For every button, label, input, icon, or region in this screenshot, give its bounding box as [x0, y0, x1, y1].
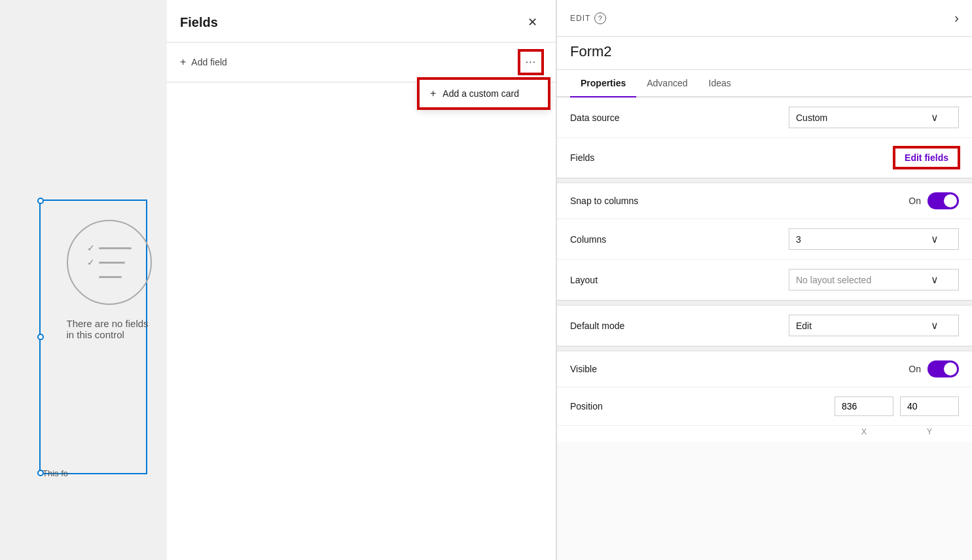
add-field-button[interactable]: + Add field: [180, 56, 227, 68]
position-y-input[interactable]: [900, 396, 959, 416]
form-name: Form2: [557, 37, 972, 70]
handle-top-left[interactable]: [37, 198, 44, 204]
close-button[interactable]: ✕: [522, 12, 543, 33]
fields-control: Edit fields: [894, 147, 959, 168]
layout-row: Layout No layout selected ∨: [557, 260, 972, 300]
chevron-right-icon[interactable]: ›: [954, 10, 959, 26]
axis-labels: X Y: [557, 426, 972, 442]
fields-panel: Fields ✕ + Add field ··· + Add a custom …: [167, 0, 556, 560]
edit-label-row: EDIT ?: [570, 12, 606, 24]
line-2: [99, 262, 125, 264]
fields-header: Fields ✕: [167, 0, 556, 43]
properties-panel: EDIT ? › Form2 Properties Advanced Ideas…: [556, 0, 972, 560]
more-icon: ···: [526, 56, 536, 68]
columns-value: 3: [796, 234, 801, 245]
columns-select[interactable]: 3 ∨: [789, 228, 959, 250]
visible-toggle[interactable]: [927, 360, 959, 377]
columns-chevron: ∨: [931, 233, 939, 245]
data-source-control: Custom ∨: [789, 107, 959, 128]
snap-toggle[interactable]: [927, 192, 959, 209]
checklist-row-2: ✓: [87, 257, 132, 268]
y-axis-label: Y: [900, 427, 959, 436]
data-source-label: Data source: [570, 113, 789, 123]
edit-label: EDIT: [570, 14, 590, 23]
fields-prop-label: Fields: [570, 152, 894, 163]
empty-state-icon: ✓ ✓ ✓: [67, 220, 152, 305]
columns-label: Columns: [570, 234, 789, 245]
checklist-icon: ✓ ✓ ✓: [87, 243, 132, 282]
add-field-label: Add field: [191, 57, 226, 67]
empty-state-text: There are no fields in this control: [67, 318, 152, 340]
visible-toggle-knob: [944, 362, 957, 376]
handle-middle-left[interactable]: [37, 334, 44, 340]
toggle-knob: [944, 194, 957, 207]
layout-chevron: ∨: [931, 273, 939, 286]
tab-advanced[interactable]: Advanced: [636, 70, 698, 97]
empty-state: ✓ ✓ ✓ There are no fields in this contro…: [67, 220, 152, 340]
position-inputs: [835, 396, 959, 416]
section-divider-1: [557, 178, 972, 183]
more-options-button[interactable]: ···: [519, 50, 543, 74]
visible-on-label: On: [909, 364, 921, 374]
canvas-inner: This fo ✓ ✓ ✓: [0, 0, 167, 560]
layout-select[interactable]: No layout selected ∨: [789, 269, 959, 290]
snap-toggle-container: On: [909, 192, 959, 209]
fields-toolbar: + Add field ···: [167, 43, 556, 82]
data-source-select[interactable]: Custom ∨: [789, 107, 959, 128]
layout-control: No layout selected ∨: [789, 269, 959, 290]
fields-title: Fields: [180, 15, 218, 30]
data-source-chevron: ∨: [931, 111, 939, 124]
edit-fields-button[interactable]: Edit fields: [894, 147, 959, 168]
visible-row: Visible On: [557, 351, 972, 387]
x-axis-label: X: [835, 427, 893, 436]
properties-tabs: Properties Advanced Ideas: [557, 70, 972, 97]
help-icon[interactable]: ?: [594, 12, 606, 24]
canvas-label: This fo: [43, 468, 68, 478]
add-custom-card-item[interactable]: + Add a custom card: [420, 80, 548, 107]
dropdown-menu: + Add a custom card: [418, 79, 549, 109]
section-divider-2: [557, 300, 972, 306]
position-x-input[interactable]: [835, 396, 893, 416]
section-divider-3: [557, 346, 972, 351]
fields-row: Fields Edit fields: [557, 138, 972, 178]
tab-ideas[interactable]: Ideas: [698, 70, 742, 97]
snap-on-label: On: [909, 196, 921, 206]
checkmark-1: ✓: [87, 243, 95, 253]
visible-label: Visible: [570, 364, 909, 374]
default-mode-value: Edit: [796, 321, 812, 331]
properties-header: EDIT ? ›: [557, 0, 972, 37]
layout-placeholder: No layout selected: [796, 275, 871, 285]
data-source-value: Custom: [796, 113, 827, 123]
checklist-row-1: ✓: [87, 243, 132, 253]
snap-to-columns-row: Snap to columns On: [557, 183, 972, 219]
line-1: [99, 247, 132, 249]
columns-control: 3 ∨: [789, 228, 959, 250]
default-mode-select[interactable]: Edit ∨: [789, 315, 959, 336]
data-source-row: Data source Custom ∨: [557, 97, 972, 138]
position-row: Position: [557, 387, 972, 426]
checklist-row-3: ✓: [87, 271, 132, 282]
add-custom-card-label: Add a custom card: [442, 88, 519, 99]
columns-row: Columns 3 ∨: [557, 219, 972, 260]
default-mode-control: Edit ∨: [789, 315, 959, 336]
tab-properties[interactable]: Properties: [570, 70, 636, 97]
canvas-area: This fo ✓ ✓ ✓: [0, 0, 167, 560]
snap-to-columns-label: Snap to columns: [570, 196, 909, 206]
dropdown-plus-icon: +: [430, 88, 436, 99]
line-3: [99, 276, 122, 278]
visible-toggle-container: On: [909, 360, 959, 377]
position-label: Position: [570, 401, 835, 411]
default-mode-label: Default mode: [570, 321, 789, 331]
plus-icon: +: [180, 56, 186, 68]
default-mode-chevron: ∨: [931, 319, 939, 332]
layout-label: Layout: [570, 275, 789, 285]
default-mode-row: Default mode Edit ∨: [557, 306, 972, 346]
checkmark-2: ✓: [87, 257, 95, 268]
